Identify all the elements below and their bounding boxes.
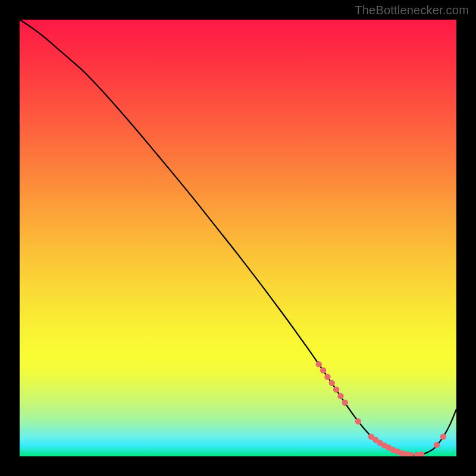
highlight-point — [329, 380, 335, 386]
gradient-background — [20, 20, 456, 456]
highlight-point — [440, 434, 446, 440]
highlight-point — [316, 361, 322, 367]
highlight-point — [434, 442, 440, 448]
highlight-point — [324, 374, 330, 380]
highlight-point — [320, 367, 326, 373]
chart-svg — [20, 20, 456, 456]
highlight-point — [337, 393, 343, 399]
highlight-point — [355, 418, 361, 424]
highlight-point — [342, 400, 348, 406]
chart-frame: TheBottlenecker.com — [0, 0, 476, 476]
plot-area — [20, 20, 456, 456]
watermark-text: TheBottlenecker.com — [355, 4, 469, 17]
highlight-point — [333, 386, 339, 392]
